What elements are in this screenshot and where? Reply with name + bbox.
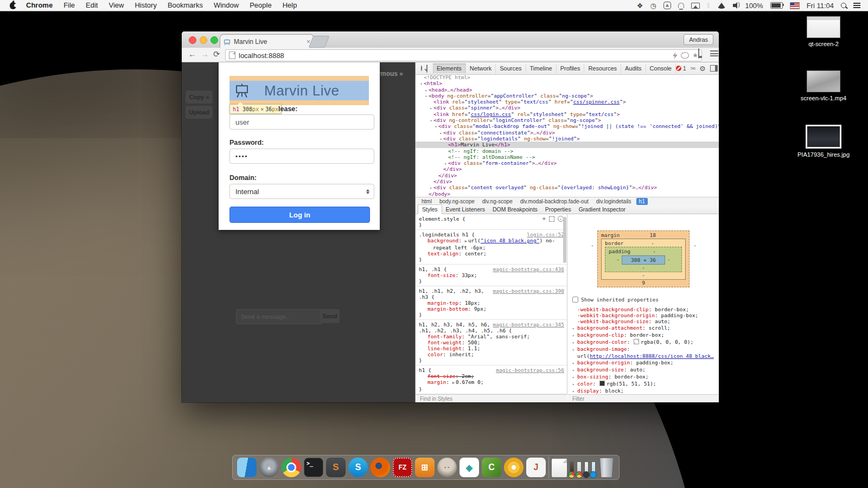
dom-tree-row[interactable]: ▾<div class="modal-backdrop fade-out" ng… [416,123,719,129]
disclosure-arrow-icon[interactable]: ▾ [424,94,429,100]
style-rule[interactable]: h1 {magic-bootstrap.css:56font-size: 2em… [416,365,567,394]
domain-select[interactable]: Internal [229,184,374,199]
a-badge-app-icon[interactable]: A [663,2,671,9]
input-source-flag-icon[interactable] [790,2,800,9]
zoom-window-button[interactable] [210,36,218,44]
css-property-line[interactable]: margin: ▶0.67em 0; [419,379,567,386]
sidebar-tab-styles[interactable]: Styles [418,204,442,214]
devtools-tab-console[interactable]: Console [646,63,676,73]
wifi-icon[interactable] [717,3,726,9]
breadcrumb-div.logindetails[interactable]: div.logindetails [593,198,634,205]
padding-bottom-value[interactable]: - [609,265,678,271]
bookmark-star-icon[interactable]: ★ [692,52,698,59]
padding-right-value[interactable]: - [667,256,671,262]
java-dock-icon[interactable]: J [526,458,546,477]
dom-tree-row[interactable]: ▸<div class="content overlayed" ng-class… [416,184,719,190]
copy-button-dimmed[interactable]: Copy » [186,91,213,104]
send-button-dimmed[interactable]: Send [320,309,340,323]
menu-help[interactable]: Help [277,0,303,11]
menu-window[interactable]: Window [208,0,244,11]
disclosure-arrow-icon[interactable]: ▸ [572,368,577,374]
dom-tree-row[interactable]: ▸<div class="spinner">…</div> [416,105,719,111]
dom-tree-row[interactable]: ▾<html> [416,80,719,86]
password-input[interactable]: •••• [229,149,374,164]
settings-gear-icon[interactable]: ⚙ [699,65,706,73]
dom-tree-row[interactable]: </body> [416,191,719,197]
chrome-menu-icon[interactable] [710,50,718,56]
trash-dock-icon[interactable] [598,458,615,477]
volume-icon[interactable] [733,4,736,7]
firefox-dock-icon[interactable] [371,458,390,477]
window-chrome-1-dock-icon[interactable] [570,461,574,477]
disclosure-arrow-icon[interactable]: ▾ [438,137,443,143]
dom-tree-row[interactable]: </div> [416,178,719,184]
css-property-line[interactable]: text-align: center; [419,251,567,256]
border-top-value[interactable]: - [651,240,654,246]
time-machine-icon[interactable]: ◷ [650,1,656,10]
device-mode-icon[interactable] [426,65,427,73]
box-model-padding[interactable]: padding - - 308 × 36 - - [605,247,682,272]
chrome-dock-icon[interactable] [282,458,301,477]
breadcrumb-body.ng-scope[interactable]: body.ng-scope [437,198,477,205]
style-rule[interactable]: h1, .h1, h2, .h2, h3, .h3 {magic-bootstr… [416,286,567,320]
disclosure-arrow-icon[interactable]: ▸ [572,389,577,394]
stylesheet-link[interactable]: login.css:52 [527,232,564,237]
url-text[interactable]: localhost:8888 [239,52,669,60]
stylesheet-link[interactable]: magic-bootstrap.css:56 [496,367,564,373]
disclosure-arrow-icon[interactable]: ▸ [572,340,577,346]
css-property-line[interactable]: font-family: "Arial", sans-serif; [419,333,567,339]
desktop-icon-qt-screen-2[interactable]: qt-screen-2 [796,16,851,48]
disclosure-arrow-icon[interactable]: ▾ [429,118,433,124]
css-property-line[interactable]: background: ▶url("icon_48_black.png") no… [419,237,567,245]
disclosure-arrow-icon[interactable]: ▸ [572,333,577,339]
minimize-window-button[interactable] [200,36,207,44]
airplay-display-icon[interactable] [691,3,700,9]
filezilla-dock-icon[interactable]: FZ [393,458,412,477]
dom-tree-row[interactable]: ▾<div ng-controller="loginController" cl… [416,117,719,123]
style-rule[interactable]: h1, h2, h3, h4, h5, h6, .h1, .h2, .h3, .… [416,320,567,365]
styles-scrollbar[interactable] [563,217,566,263]
disclosure-arrow-icon[interactable]: ▸ [572,347,577,353]
dom-tree-row[interactable]: ▸<head>…</head> [416,87,719,93]
reload-button[interactable]: ⟳ [213,49,220,59]
computed-property-row[interactable]: ▸background-image: [568,346,719,353]
apple-menu-icon[interactable] [10,2,16,9]
menu-history[interactable]: History [129,0,162,11]
css-property-line[interactable]: margin-top: 18px; [419,300,567,306]
devtools-tab-network[interactable]: Network [466,63,496,73]
css-property-line[interactable]: font-size: 33px; [419,272,567,278]
disclosure-arrow-icon[interactable]: ▸ [572,361,577,367]
css-property-line[interactable]: line-height: 1.1; [419,345,567,351]
style-rule[interactable]: h1, .h1 {magic-bootstrap.css:436font-siz… [416,265,567,286]
error-badge-icon[interactable] [676,66,681,71]
stylesheet-link[interactable]: magic-bootstrap.css:390 [493,288,564,294]
reddit-extension-icon[interactable] [681,52,689,59]
gimp-dock-icon[interactable]: · · [437,458,457,477]
computed-property-row[interactable]: ▸color: rgb(51, 51, 51); [568,381,719,388]
computed-property-row[interactable]: ▸background-origin: padding-box; [568,359,719,367]
sublime-text-dock-icon[interactable]: S [326,458,346,477]
menu-view[interactable]: View [103,0,129,11]
sidebar-tab-event-listeners[interactable]: Event Listeners [442,205,489,214]
box-model-border[interactable]: border - padding - - 308 × 36 - - [601,239,686,280]
menu-people[interactable]: People [244,0,277,11]
menu-bookmarks[interactable]: Bookmarks [162,0,208,11]
spotlight-icon[interactable] [841,3,846,8]
dom-tree-row[interactable]: ▸<div class="form-container">…</div> [416,160,719,166]
lightning-extension-icon[interactable] [673,52,678,59]
profile-button[interactable]: Andras [684,34,713,45]
dock-side-icon[interactable] [710,65,718,72]
dom-tree-row[interactable]: <link href="css/login.css" rel="styleshe… [416,111,719,117]
computed-property-row[interactable]: ▸background-color: rgba(0, 0, 0, 0); [568,339,719,346]
upload-button-dimmed[interactable]: Upload [186,106,213,119]
dom-tree-row[interactable]: <link rel="stylesheet" type="text/css" h… [416,99,719,105]
disclosure-arrow-icon[interactable]: ▸ [572,382,577,388]
css-property-line[interactable]: color: inherit; [419,351,567,357]
cast-icon[interactable] [698,48,699,59]
login-button[interactable]: Log in [229,207,370,223]
forward-button[interactable]: → [201,49,209,59]
screen-capture-dock-icon[interactable]: ◈ [459,458,479,477]
show-inherited-checkbox[interactable] [572,297,578,303]
position-left-value[interactable]: - [591,242,594,248]
devtools-tab-sources[interactable]: Sources [496,63,526,73]
